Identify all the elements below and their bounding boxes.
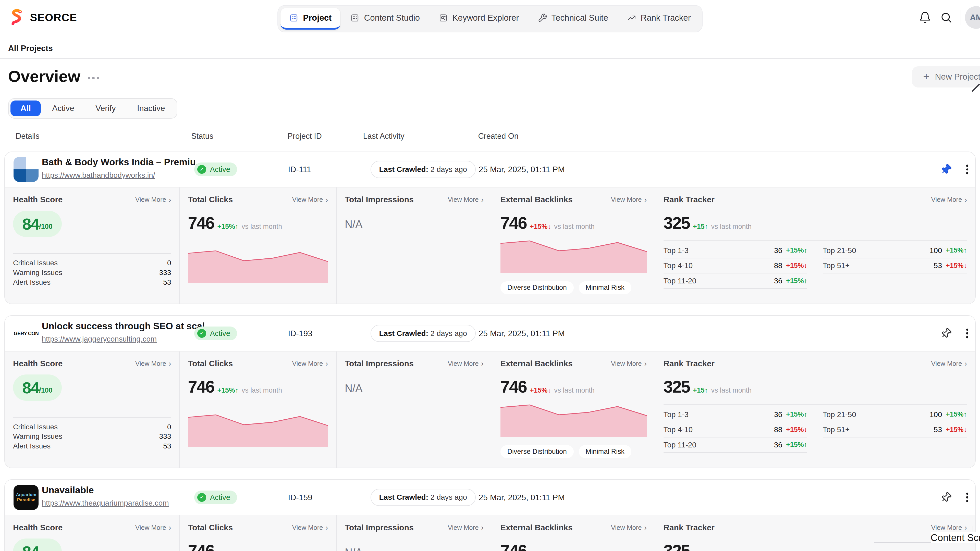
project-card: GERY CON Unlock success through SEO at s… (4, 315, 976, 468)
status-badge: ✓ Active (194, 162, 237, 176)
search-icon[interactable] (935, 7, 957, 28)
view-more-link[interactable]: View More› (931, 360, 967, 367)
metric-note: vs last month (711, 223, 752, 230)
divider (663, 404, 967, 405)
avatar[interactable]: AM (965, 6, 980, 29)
tab-technical-suite[interactable]: Technical Suite (529, 8, 617, 29)
project-url[interactable]: https://www.theaquariumparadise.com (42, 499, 169, 507)
view-more-link[interactable]: View More› (611, 524, 647, 531)
tab-project[interactable]: Project (280, 8, 340, 29)
created-on: 25 Mar, 2025, 01:11 PM (479, 329, 565, 338)
health-score-value: 84/100 (13, 211, 62, 237)
project-metrics-row: Health Score View More› 84/100 Critical … (5, 187, 975, 304)
view-more-link[interactable]: View More› (135, 360, 171, 367)
panel-title: External Backlinks (501, 195, 573, 204)
seorce-logo-icon (9, 9, 25, 26)
page-options-menu-icon[interactable] (88, 73, 99, 79)
view-more-link[interactable]: View More› (135, 196, 171, 203)
tab-rank-tracker[interactable]: Rank Tracker (618, 8, 700, 29)
external-backlinks-panel: External Backlinks View More› 746 +15%↓ … (492, 351, 655, 468)
arrow-up-icon: ↑ (705, 223, 708, 230)
filter-inactive[interactable]: Inactive (127, 100, 175, 116)
rank-rows-left: Top 1-3 36 +15%↑ Top 4-10 88 +15%↓ Top 1… (663, 243, 815, 289)
tab-label: Project (303, 13, 331, 23)
view-more-link[interactable]: View More› (292, 196, 328, 203)
rank-rows-right: Top 21-50 100 +15%↑ Top 51+ 53 +15%↓ (815, 243, 967, 289)
panel-title: Total Impressions (345, 523, 414, 532)
breadcrumb[interactable]: All Projects (0, 35, 53, 58)
rank-tracker-panel: Rank Tracker View More› 325 +15↑ vs last… (655, 515, 975, 551)
metric-value: 746 (501, 541, 527, 551)
top-actions: AM (915, 0, 980, 35)
view-more-link[interactable]: View More› (931, 196, 967, 203)
clicks-sparkline-chart (188, 414, 328, 447)
project-name[interactable]: Unlock success through SEO at scal... (42, 321, 213, 332)
status-label: Active (210, 493, 230, 502)
metric-value: 746 (188, 541, 214, 551)
issue-row: Warning Issues 333 (13, 268, 171, 278)
created-on: 25 Mar, 2025, 01:11 PM (479, 492, 565, 502)
kebab-menu-icon[interactable] (964, 490, 971, 505)
view-more-link[interactable]: View More› (611, 360, 647, 367)
view-more-link[interactable]: View More› (135, 524, 171, 531)
content-studio-icon (350, 13, 360, 23)
view-more-link[interactable]: View More› (931, 524, 967, 531)
metric-value: 746 (188, 213, 214, 233)
kebab-menu-icon[interactable] (964, 162, 971, 177)
panel-title: External Backlinks (501, 359, 573, 368)
total-clicks-panel: Total Clicks View More› 746 +15%↑ vs las… (179, 351, 336, 468)
status-label: Active (210, 165, 230, 174)
project-id: ID-159 (288, 492, 313, 502)
metric-delta: +15%↓ (530, 223, 551, 230)
external-backlinks-panel: External Backlinks View More› 746 +15%↓ … (492, 515, 655, 551)
view-more-link[interactable]: View More› (448, 360, 484, 367)
last-crawled-pill: Last Crawled: 2 days ago (371, 325, 476, 342)
notifications-bell-icon[interactable] (915, 7, 935, 28)
tab-label: Technical Suite (552, 13, 608, 23)
chevron-right-icon: › (325, 197, 328, 203)
filter-verify[interactable]: Verify (86, 100, 126, 116)
chevron-right-icon: › (169, 360, 171, 367)
brand-logo[interactable]: SEORCE (9, 9, 77, 26)
tab-label: Content Studio (364, 13, 420, 23)
project-name[interactable]: Bath & Body Works India – Premiu... (42, 157, 204, 168)
project-logo: AquariumParadise (14, 485, 38, 510)
pin-icon[interactable] (938, 162, 954, 177)
metric-delta: +15↑ (693, 386, 708, 394)
new-project-button[interactable]: + New Project (912, 66, 980, 87)
table-column-header: Last Activity (363, 132, 404, 141)
title-row: Overview + New Project (0, 59, 980, 94)
project-name[interactable]: Unavailable (42, 485, 169, 495)
view-more-link[interactable]: View More› (448, 524, 484, 531)
metric-value: N/A (345, 218, 484, 230)
chevron-right-icon: › (964, 360, 967, 367)
tab-content-studio[interactable]: Content Studio (342, 8, 428, 29)
keyword-explorer-icon (439, 13, 448, 23)
project-url[interactable]: https://www.bathandbodyworks.in/ (42, 171, 155, 179)
status-badge: ✓ Active (194, 327, 237, 340)
chevron-right-icon: › (481, 360, 484, 367)
issue-row: Alert Issues 53 (13, 278, 171, 287)
page-title: Overview (8, 67, 80, 86)
tab-keyword-explorer[interactable]: Keyword Explorer (430, 8, 528, 29)
main-nav: Project Content Studio Keyword Explorer … (277, 5, 703, 33)
view-more-link[interactable]: View More› (611, 196, 647, 203)
last-crawled-pill: Last Crawled: 2 days ago (371, 161, 476, 178)
health-score-panel: Health Score View More› 84/100 Critical … (5, 187, 179, 304)
backlinks-sparkline-chart (501, 404, 647, 437)
view-more-link[interactable]: View More› (448, 196, 484, 203)
filter-active[interactable]: Active (42, 100, 84, 116)
pin-icon[interactable] (938, 326, 954, 341)
project-card-header: AquariumParadise Unavailable https://www… (5, 480, 975, 515)
metric-value: 325 (663, 377, 690, 396)
kebab-menu-icon[interactable] (964, 326, 971, 341)
rank-tracker-icon (627, 13, 636, 23)
project-url[interactable]: https://www.jaggeryconsulting.com (42, 335, 157, 343)
rank-rows-right: Top 21-50 100 +15%↑ Top 51+ 53 +15%↓ (815, 407, 967, 453)
filter-all[interactable]: All (11, 100, 41, 116)
panel-title: External Backlinks (501, 523, 573, 532)
view-more-link[interactable]: View More› (292, 524, 328, 531)
pin-icon[interactable] (938, 489, 954, 505)
issue-row: Critical Issues 0 (13, 422, 171, 432)
view-more-link[interactable]: View More› (292, 360, 328, 367)
